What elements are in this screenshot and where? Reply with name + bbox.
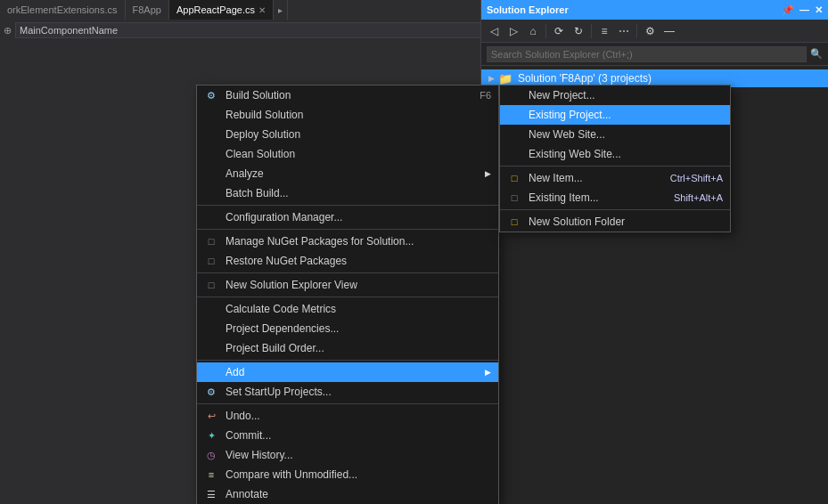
menu-item-undo[interactable]: ↩ Undo... [197,406,498,426]
titlebar-icons: 📌 — ✕ [782,4,823,16]
menu-item-compare[interactable]: ≡ Compare with Unmodified... [197,465,498,484]
menu-label-add: Add [225,366,244,378]
menu-label-annotate: Annotate [225,488,268,500]
menu-label-proj-build: Project Build Order... [225,342,324,354]
tab-overflow-arrow[interactable]: ▸ [274,0,288,20]
menu-label-build: Build Solution [225,89,291,102]
solution-explorer-title: Solution Explorer [487,4,569,15]
tab-f8app[interactable]: F8App [126,0,169,20]
address-value: MainComponentName [20,25,118,36]
se-search-bar: 🔍 [481,43,828,66]
menu-item-annotate[interactable]: ☰ Annotate [197,484,498,504]
menu-label-rebuild: Rebuild Solution [225,109,303,121]
menu-label-undo: Undo... [225,410,260,422]
menu-item-restore-nuget[interactable]: □ Restore NuGet Packages [197,251,498,271]
sep5 [197,360,498,361]
toolbar-sync-btn[interactable]: ⟳ [550,22,568,40]
menu-label-view-history: View History... [225,449,293,461]
menu-item-view-history[interactable]: ◷ View History... [197,445,498,465]
submenu-item-existing-project[interactable]: Existing Project... [500,105,730,125]
submenu-label-existing-project: Existing Project... [529,109,611,121]
toolbar-filter-btn[interactable]: ≡ [595,22,613,40]
new-sol-explorer-icon: □ [204,278,218,292]
sep6 [197,403,498,404]
menu-item-rebuild[interactable]: Rebuild Solution [197,105,498,125]
add-submenu: New Project... Existing Project... New W… [499,85,731,232]
menu-label-new-sol-explorer: New Solution Explorer View [225,279,357,291]
submenu-label-existing-item: Existing Item... [529,191,599,204]
pin-icon[interactable]: 📌 [782,4,794,16]
toolbar-forward-btn[interactable]: ▷ [504,22,522,40]
submenu-item-existing-item[interactable]: □ Existing Item... Shift+Alt+A [500,188,730,207]
menu-label-restore-nuget: Restore NuGet Packages [225,255,347,267]
menu-label-config: Configuration Manager... [225,211,342,224]
menu-item-new-sol-explorer[interactable]: □ New Solution Explorer View [197,275,498,295]
sep1 [197,205,498,206]
submenu-item-new-project[interactable]: New Project... [500,85,730,105]
menu-label-batch: Batch Build... [225,187,289,199]
tab-workElementExtensions[interactable]: orkElementExtensions.cs [0,0,126,20]
tab-label: AppReactPage.cs [176,4,255,15]
solution-icon: 📁 [498,72,512,85]
toolbar-sep1 [545,24,546,38]
build-shortcut: F6 [480,90,491,101]
menu-item-batch[interactable]: Batch Build... [197,183,498,203]
build-icon: ⚙ [204,88,218,102]
toolbar-back-btn[interactable]: ◁ [485,22,503,40]
submenu-label-new-item: New Item... [529,172,583,184]
tab-appreactpage[interactable]: AppReactPage.cs ✕ [169,0,274,20]
submenu-sep1 [500,166,730,167]
menu-item-add[interactable]: Add ▶ [197,362,498,382]
annotate-icon: ☰ [204,487,218,501]
menu-item-proj-deps[interactable]: Project Dependencies... [197,319,498,338]
submenu-item-new-item[interactable]: □ New Item... Ctrl+Shift+A [500,168,730,188]
toolbar-home-btn[interactable]: ⌂ [524,22,542,40]
se-toolbar: ◁ ▷ ⌂ ⟳ ↻ ≡ ⋯ ⚙ — [481,20,828,43]
context-menu: ⚙ Build Solution F6 Rebuild Solution Dep… [196,85,499,504]
submenu-label-new-sol-folder: New Solution Folder [529,215,625,228]
menu-label-calc-metrics: Calculate Code Metrics [225,303,336,315]
address-icon: ⊕ [4,25,12,37]
submenu-label-existing-website: Existing Web Site... [529,148,621,160]
menu-item-analyze[interactable]: Analyze ▶ [197,164,498,183]
tab-label: orkElementExtensions.cs [7,4,118,15]
tab-close-icon[interactable]: ✕ [258,5,266,15]
menu-item-clean[interactable]: Clean Solution [197,144,498,164]
toolbar-settings-btn[interactable]: ⋯ [615,22,633,40]
menu-item-commit[interactable]: ✦ Commit... [197,426,498,445]
menu-item-build[interactable]: ⚙ Build Solution F6 [197,85,498,105]
analyze-submenu-arrow: ▶ [485,169,491,178]
toolbar-dash-btn[interactable]: — [660,22,678,40]
solution-explorer-titlebar: Solution Explorer 📌 — ✕ [481,0,828,20]
menu-label-analyze: Analyze [225,167,264,180]
se-search-input[interactable] [487,46,807,62]
submenu-item-new-website[interactable]: New Web Site... [500,125,730,144]
se-expand-icon: ▶ [488,74,495,83]
existing-item-icon: □ [507,191,521,205]
startup-icon: ⚙ [204,385,218,399]
se-search-icon: 🔍 [810,48,823,60]
sep3 [197,272,498,273]
toolbar-properties-btn[interactable]: ⚙ [641,22,659,40]
submenu-item-existing-website[interactable]: Existing Web Site... [500,144,730,164]
menu-label-compare: Compare with Unmodified... [225,468,357,481]
undo-icon: ↩ [204,409,218,423]
sep2 [197,229,498,230]
menu-item-deploy[interactable]: Deploy Solution [197,125,498,144]
new-item-icon: □ [507,171,521,185]
minimize-icon[interactable]: — [799,4,809,15]
restore-nuget-icon: □ [204,254,218,268]
close-icon[interactable]: ✕ [815,4,823,16]
menu-item-manage-nuget[interactable]: □ Manage NuGet Packages for Solution... [197,232,498,251]
menu-item-config[interactable]: Configuration Manager... [197,207,498,227]
menu-item-calc-metrics[interactable]: Calculate Code Metrics [197,299,498,319]
existing-item-shortcut: Shift+Alt+A [674,192,723,203]
submenu-item-new-sol-folder[interactable]: □ New Solution Folder [500,212,730,232]
menu-item-proj-build[interactable]: Project Build Order... [197,338,498,358]
toolbar-refresh-btn[interactable]: ↻ [570,22,587,40]
submenu-sep2 [500,209,730,210]
commit-icon: ✦ [204,428,218,443]
menu-item-startup[interactable]: ⚙ Set StartUp Projects... [197,382,498,402]
compare-icon: ≡ [204,467,218,482]
nuget-icon: □ [204,234,218,248]
